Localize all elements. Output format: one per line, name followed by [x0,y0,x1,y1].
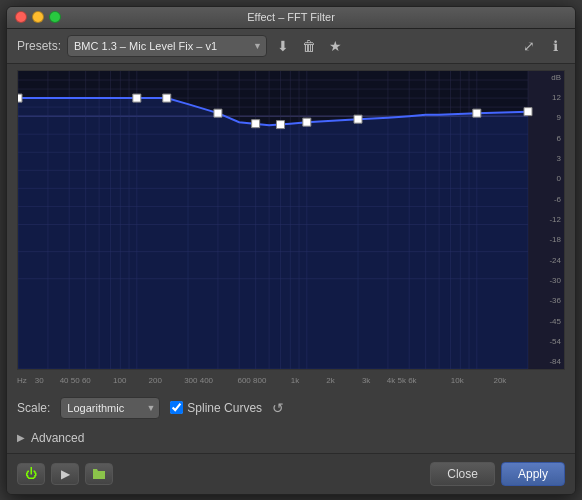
main-window: Effect – FFT Filter Presets: BMC 1.3 – M… [6,6,576,495]
window-title: Effect – FFT Filter [247,11,335,23]
hz-axis: Hz 30 40 50 60 100 200 300 400 600 800 1… [17,376,565,385]
controls-row: Scale: Logarithmic Linear ▼ Spline Curve… [7,389,575,427]
scale-selector-wrapper: Logarithmic Linear ▼ [60,397,160,419]
fft-canvas[interactable] [18,71,564,369]
apply-button[interactable]: Apply [501,462,565,486]
hz-label-600: 600 800 [237,376,290,385]
minimize-window-button[interactable] [32,11,44,23]
titlebar: Effect – FFT Filter [7,7,575,29]
scale-label: Scale: [17,401,50,415]
scale-select[interactable]: Logarithmic Linear [60,397,160,419]
hz-label-300: 300 400 [184,376,237,385]
download-icon[interactable]: ⬇ [273,36,293,56]
advanced-row[interactable]: ▶ Advanced [7,427,575,453]
trash-icon[interactable]: 🗑 [299,36,319,56]
close-button[interactable]: Close [430,462,495,486]
hz-label-40: 40 50 60 [60,376,113,385]
spline-checkbox[interactable] [170,401,183,414]
hz-label-20k: 20k [493,376,529,385]
spline-checkbox-label[interactable]: Spline Curves [170,401,262,415]
play-button[interactable]: ▶ [51,463,79,485]
hz-label-200: 200 [149,376,185,385]
close-window-button[interactable] [15,11,27,23]
hz-label-3k: 3k [362,376,387,385]
maximize-window-button[interactable] [49,11,61,23]
advanced-arrow: ▶ [17,432,25,443]
bottom-bar: ⏻ ▶ Close Apply [7,453,575,494]
fft-graph-area[interactable]: dB 12 9 6 3 0 -6 -12 -18 -24 -30 -36 -45… [17,70,565,370]
hz-label-2k: 2k [326,376,362,385]
preset-select[interactable]: BMC 1.3 – Mic Level Fix – v1 [67,35,267,57]
settings-icon[interactable]: ⤢ [519,36,539,56]
preset-selector-wrapper: BMC 1.3 – Mic Level Fix – v1 ▼ [67,35,267,57]
power-button[interactable]: ⏻ [17,463,45,485]
hz-label-100: 100 [113,376,149,385]
presets-label: Presets: [17,39,61,53]
window-controls [15,11,61,23]
star-icon[interactable]: ★ [325,36,345,56]
folder-button[interactable] [85,463,113,485]
hz-label-hz: Hz [17,376,35,385]
reset-icon[interactable]: ↺ [272,400,284,416]
hz-label-1k: 1k [291,376,327,385]
hz-label-10k: 10k [451,376,494,385]
advanced-label: Advanced [31,431,84,445]
hz-label-4k: 4k 5k 6k [387,376,451,385]
spline-label: Spline Curves [187,401,262,415]
hz-label-30: 30 [35,376,60,385]
toolbar: Presets: BMC 1.3 – Mic Level Fix – v1 ▼ … [7,29,575,64]
info-icon[interactable]: ℹ [545,36,565,56]
